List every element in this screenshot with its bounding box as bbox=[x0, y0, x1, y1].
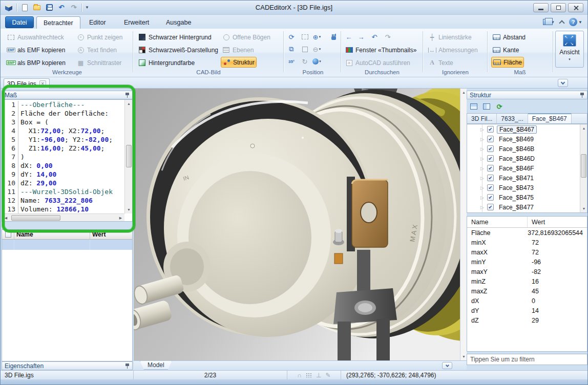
tab-solid[interactable]: 7633_... bbox=[497, 114, 528, 123]
checkbox[interactable]: ✔ bbox=[487, 136, 494, 142]
tab-3d-file[interactable]: 3D Fil... bbox=[467, 114, 497, 123]
strip-expand-button[interactable] bbox=[442, 362, 452, 369]
btn-autocad-ausfuehren[interactable]: aAutoCAD ausführen bbox=[344, 57, 412, 68]
viewport-scrollbar[interactable]: ▲ ▼ bbox=[460, 89, 467, 360]
redo-button[interactable]: ↷ bbox=[69, 3, 78, 12]
tree-item[interactable]: ▷✔Face_$B475 bbox=[467, 193, 587, 202]
selected-empty-row[interactable] bbox=[2, 240, 132, 250]
scrollbar-thumb[interactable] bbox=[581, 154, 586, 178]
rotate-35-icon[interactable]: 35° bbox=[285, 56, 298, 67]
expand-icon[interactable]: ▷ bbox=[480, 195, 484, 200]
tab-ausgabe[interactable]: Ausgabe bbox=[159, 16, 198, 29]
app-icon[interactable] bbox=[4, 3, 13, 12]
back-icon[interactable]: ← bbox=[343, 31, 355, 42]
expand-icon[interactable]: ▷ bbox=[480, 156, 484, 161]
scroll-up-icon[interactable]: ▲ bbox=[125, 100, 133, 108]
btn-kante[interactable]: Kante bbox=[491, 45, 520, 55]
btn-texte[interactable]: ATexte bbox=[427, 57, 455, 68]
rotate-icon[interactable]: ⟳ bbox=[285, 31, 298, 42]
scroll-down-icon[interactable]: ▼ bbox=[580, 205, 587, 212]
new-file-button[interactable] bbox=[20, 3, 29, 12]
btn-schnittraster[interactable]: ▦Schnittraster bbox=[75, 57, 123, 68]
expand-icon[interactable]: ▷ bbox=[480, 205, 484, 210]
scroll-down-icon[interactable]: ▼ bbox=[125, 206, 133, 213]
btn-flaeche[interactable]: Fläche bbox=[491, 57, 524, 68]
btn-auswahlrechteck[interactable]: Auswahlrechteck bbox=[6, 32, 66, 42]
btn-als-bmp-kopieren[interactable]: BMPals BMP kopieren bbox=[6, 57, 67, 68]
vertical-scrollbar[interactable]: ▲ ▼ bbox=[124, 100, 132, 213]
column-name[interactable]: Name bbox=[467, 217, 528, 227]
render-mode-icon[interactable]: ▼ bbox=[311, 56, 323, 67]
checkbox[interactable]: ✔ bbox=[487, 194, 494, 201]
property-row[interactable]: dX0 bbox=[467, 296, 587, 306]
property-row[interactable]: dZ29 bbox=[467, 315, 587, 325]
scroll-left-icon[interactable]: ◀ bbox=[2, 214, 10, 222]
tree-item[interactable]: ▷✔Face_$B467 bbox=[467, 124, 587, 134]
zoom-window-icon[interactable] bbox=[299, 31, 311, 42]
pan-icon[interactable] bbox=[327, 31, 340, 42]
save-button[interactable] bbox=[45, 3, 54, 12]
scrollbar-thumb[interactable] bbox=[126, 145, 132, 167]
expand-icon[interactable]: ▷ bbox=[480, 146, 484, 152]
property-row[interactable]: Fläche372,816932065544 bbox=[467, 228, 587, 238]
expand-icon[interactable]: ▷ bbox=[480, 166, 484, 171]
btn-ebenen[interactable]: Ebenen bbox=[221, 45, 255, 55]
draw-icon[interactable]: ✎ bbox=[326, 372, 331, 379]
btn-ansicht[interactable]: Ansicht ▼ bbox=[555, 31, 584, 68]
btn-abmessungen[interactable]: ↔Abmessungen bbox=[427, 45, 479, 55]
btn-linienstaerke[interactable]: ┿Linienstärke bbox=[427, 32, 473, 42]
checkbox[interactable]: ✔ bbox=[487, 204, 494, 210]
expand-icon[interactable]: ▷ bbox=[480, 127, 484, 132]
tab-datei[interactable]: Datei bbox=[5, 16, 34, 28]
btn-abstand[interactable]: Abstand bbox=[491, 32, 527, 42]
close-button[interactable] bbox=[568, 3, 583, 12]
qat-dropdown-icon[interactable]: ▼ bbox=[85, 5, 89, 10]
collapse-ribbon-icon[interactable] bbox=[559, 20, 564, 26]
property-row[interactable]: dY14 bbox=[467, 306, 587, 315]
tree-scrollbar[interactable]: ▲ ▼ bbox=[580, 124, 587, 212]
help-button[interactable]: ?▼ bbox=[569, 18, 582, 26]
struktur-header[interactable]: Struktur bbox=[467, 91, 587, 99]
property-row[interactable]: minZ16 bbox=[467, 276, 587, 286]
tree-item[interactable]: ▷✔Face_$B46B bbox=[467, 144, 587, 154]
refresh-icon[interactable]: ⟳ bbox=[494, 102, 505, 111]
grid-icon[interactable] bbox=[306, 373, 312, 378]
btn-als-emf-kopieren[interactable]: EMFals EMF kopieren bbox=[6, 45, 67, 55]
zoom-in-icon[interactable]: ⊕▼ bbox=[311, 31, 323, 42]
mirror-icon[interactable]: ⧉ bbox=[285, 44, 298, 55]
property-row[interactable]: minX72 bbox=[467, 238, 587, 247]
window-style-button[interactable]: ▼ bbox=[543, 19, 555, 25]
checkbox[interactable] bbox=[5, 231, 11, 238]
pin-icon[interactable] bbox=[580, 92, 584, 98]
expand-icon[interactable]: ▷ bbox=[480, 185, 484, 190]
checkbox[interactable]: ✔ bbox=[487, 145, 494, 152]
checkbox[interactable]: ✔ bbox=[487, 155, 494, 162]
scroll-up-icon[interactable]: ▲ bbox=[580, 124, 587, 132]
strip-collapse-button[interactable] bbox=[558, 79, 568, 87]
fit-view-icon[interactable] bbox=[299, 44, 311, 55]
header-checkbox-cell[interactable] bbox=[2, 230, 14, 239]
3d-model-canvas[interactable]: IN bbox=[134, 89, 460, 360]
checkbox[interactable]: ✔ bbox=[487, 126, 494, 133]
btn-schwarzweiss-darstellung[interactable]: Schwarzweiß-Darstellung bbox=[137, 45, 220, 55]
btn-fenster-thumbnails[interactable]: Fenster «Thumbnails» bbox=[344, 45, 418, 55]
column-wert[interactable]: Wert bbox=[90, 230, 132, 239]
tree-item[interactable]: ▷✔Face_$B473 bbox=[467, 183, 587, 193]
expand-icon[interactable]: ▷ bbox=[480, 137, 484, 142]
column-name[interactable]: Name bbox=[14, 230, 90, 239]
checkbox[interactable]: ✔ bbox=[487, 175, 494, 181]
orbit-icon[interactable]: ↻ bbox=[299, 56, 311, 67]
tab-editor[interactable]: Editor bbox=[82, 16, 113, 29]
snap-icon[interactable]: ∩ bbox=[297, 372, 302, 379]
zoom-out-icon[interactable]: ⊖▼ bbox=[311, 44, 323, 55]
filter-input[interactable] bbox=[467, 354, 587, 365]
checkbox[interactable]: ✔ bbox=[487, 165, 494, 172]
btn-struktur[interactable]: Struktur bbox=[221, 57, 257, 68]
eigenschaften-header[interactable]: Eigenschaften bbox=[2, 361, 133, 370]
scrollbar-thumb[interactable] bbox=[11, 215, 60, 221]
tree-item[interactable]: ▷✔Face_$B477 bbox=[467, 202, 587, 212]
checkbox[interactable]: ✔ bbox=[487, 184, 494, 191]
close-tab-icon[interactable]: × bbox=[39, 80, 46, 87]
tab-erweitert[interactable]: Erweitert bbox=[117, 16, 156, 29]
tree-item[interactable]: ▷✔Face_$B471 bbox=[467, 173, 587, 183]
